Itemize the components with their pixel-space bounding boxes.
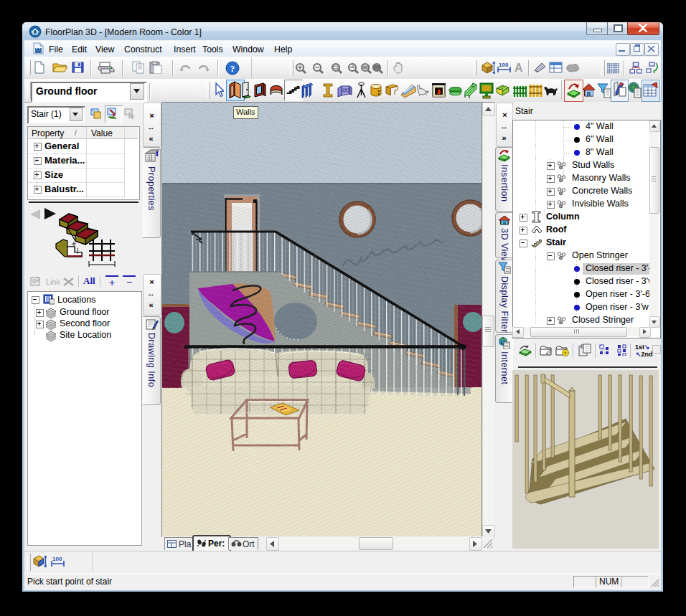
svg-text:?: ? [230,63,235,74]
svg-text:100: 100 [499,62,509,68]
svg-text:100: 100 [52,556,62,562]
